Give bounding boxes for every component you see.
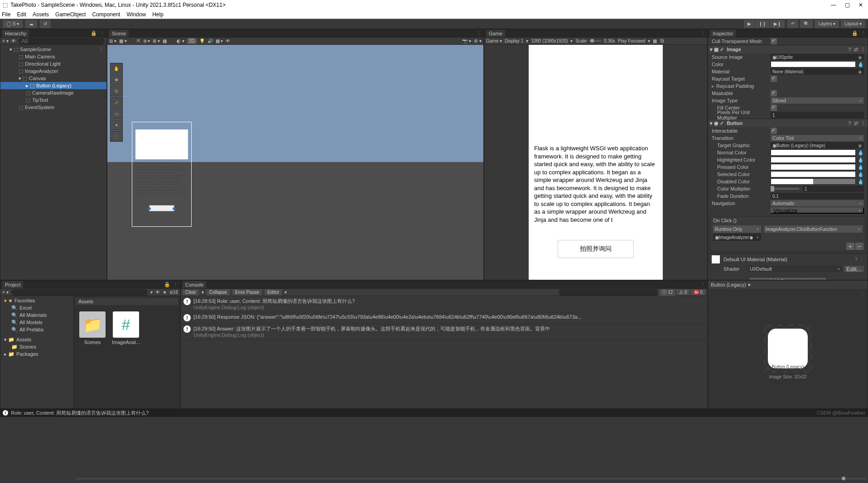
game-tool[interactable]: ▦: [653, 38, 657, 43]
hierarchy-item-selected[interactable]: ▸ ⬚Button (Legacy): [0, 82, 106, 89]
create-dropdown[interactable]: + ▾: [2, 38, 9, 43]
log-row[interactable]: ![16:29:50] Response JSON: {"answer":"\u…: [181, 312, 707, 324]
maximize-button[interactable]: ▢: [844, 2, 850, 8]
pressed-color[interactable]: [771, 164, 856, 170]
inspector-tab[interactable]: Inspector: [710, 30, 736, 37]
breadcrumb[interactable]: Assets: [76, 298, 178, 305]
scene-tool[interactable]: 🔊: [207, 38, 213, 43]
eyedropper-icon[interactable]: 💧: [858, 150, 864, 156]
runtime-dropdown[interactable]: Runtime Only: [713, 225, 761, 233]
shading-tool[interactable]: ◐ ▾: [177, 38, 184, 43]
hierarchy-search[interactable]: [19, 38, 105, 44]
context-icon[interactable]: ⋮: [861, 120, 866, 126]
resolution-dropdown[interactable]: 1080 (1080x1920): [531, 38, 568, 43]
remove-event-button[interactable]: −: [855, 243, 863, 250]
selected-color[interactable]: [771, 171, 856, 177]
errorpause-button[interactable]: Error Pause: [232, 289, 262, 296]
visualize-button[interactable]: Visualize: [771, 207, 864, 214]
hierarchy-item[interactable]: ⬚ImageAnalyzer: [0, 67, 106, 75]
game-tool[interactable]: St: [660, 38, 664, 43]
function-dropdown[interactable]: ImageAnalyzer.ClickButtonFunction: [764, 225, 863, 233]
fade-duration-field[interactable]: [771, 193, 864, 199]
context-icon[interactable]: ⋮: [700, 282, 705, 287]
image-color-field[interactable]: [771, 61, 856, 67]
eyedropper-icon[interactable]: 💧: [858, 172, 864, 177]
raycast-checkbox[interactable]: [771, 76, 777, 82]
collapse-button[interactable]: Collapse: [207, 289, 230, 296]
hierarchy-item[interactable]: ⬚TipText: [0, 96, 106, 104]
scene-tool[interactable]: ▦ ▾: [119, 38, 127, 43]
preview-header[interactable]: Button (Legacy): [708, 281, 868, 289]
project-search[interactable]: [11, 289, 148, 296]
preset-icon[interactable]: ⇄: [854, 120, 858, 126]
pivot-tool[interactable]: ⊞ ▾: [153, 38, 160, 43]
menu-edit[interactable]: Edit: [17, 11, 26, 18]
favorite-item[interactable]: 🔍 All Materials: [1, 311, 72, 319]
hierarchy-tab[interactable]: Hierarchy: [2, 30, 29, 37]
game-button[interactable]: 拍照并询问: [558, 240, 634, 258]
eyedropper-icon[interactable]: 💧: [858, 164, 864, 170]
warn-count[interactable]: ⚠ 0: [676, 289, 690, 295]
rect-tool[interactable]: ▭: [110, 108, 123, 119]
layout-dropdown[interactable]: Layout ▾: [841, 20, 865, 28]
material-header[interactable]: Default UI Material (Material)? ⋮: [708, 253, 868, 265]
filter-icon[interactable]: 👁: [155, 290, 160, 295]
favorite-item[interactable]: 🔍 All Models: [1, 319, 72, 326]
ppu-field[interactable]: [771, 112, 864, 118]
fillcenter-checkbox[interactable]: [771, 105, 777, 111]
scene-tool[interactable]: 👁: [226, 38, 230, 43]
play-focused[interactable]: Play Focused: [618, 38, 646, 43]
menu-assets[interactable]: Assets: [33, 11, 49, 18]
filter-icon[interactable]: ★: [163, 290, 167, 295]
console-search[interactable]: [559, 289, 658, 296]
event-object-field[interactable]: ▣ ImageAnalyzer ◉: [713, 234, 761, 241]
scene-tool[interactable]: ⊞ ▾: [109, 38, 116, 43]
pivot-tool[interactable]: ⇱: [137, 38, 140, 43]
game-tab[interactable]: Game: [486, 30, 505, 37]
target-graphic-field[interactable]: ▣ Button (Legacy) (Image): [771, 142, 864, 148]
color-multiplier-field[interactable]: [803, 186, 864, 192]
context-icon[interactable]: ⋮: [861, 47, 866, 53]
step-button[interactable]: ▶❙: [770, 20, 785, 28]
gizmos-tool[interactable]: ⚙ ▾: [474, 38, 482, 43]
close-button[interactable]: ✕: [858, 2, 863, 8]
menu-gameobject[interactable]: GameObject: [55, 11, 86, 18]
pause-button[interactable]: ❙❙: [755, 20, 770, 28]
eyedropper-icon[interactable]: 💧: [858, 157, 864, 163]
material-field[interactable]: None (Material): [771, 68, 864, 75]
highlighted-color[interactable]: [771, 157, 856, 163]
log-row[interactable]: ![16:29:50] Answer: 这张图片展示了一个人的手拿着一部智能手机…: [181, 324, 707, 340]
navigation-dropdown[interactable]: Automatic: [771, 200, 864, 206]
context-icon[interactable]: ⋮: [477, 30, 482, 36]
normal-color[interactable]: [771, 149, 856, 156]
log-row[interactable]: ![16:28:53] Role: user, Content: 用简短易懂的语…: [181, 296, 707, 312]
favorites-header[interactable]: ▾ ★Favorites: [1, 297, 72, 304]
asset-item[interactable]: #ImageAnal...: [112, 311, 140, 345]
rotate-tool[interactable]: ↻: [110, 86, 123, 96]
scene-viewport[interactable]: ✋ ✥ ↻ ⤢ ▭ ✦ ⋮ Flask is a lightweight WSG…: [107, 45, 483, 280]
favorite-item[interactable]: 🔍 All Prefabs: [1, 326, 72, 333]
menu-file[interactable]: File: [2, 11, 10, 18]
eyedropper-icon[interactable]: 💧: [858, 62, 864, 67]
transform-tool[interactable]: ✦: [110, 120, 123, 130]
filter-icon[interactable]: ▾: [150, 290, 153, 295]
imagetype-dropdown[interactable]: Sliced: [771, 97, 864, 104]
project-tab[interactable]: Project: [2, 281, 23, 288]
packages-folder[interactable]: ▸ 📁 Packages: [1, 350, 72, 358]
menu-window[interactable]: Window: [126, 11, 146, 18]
hierarchy-item[interactable]: ▾ ⬚Canvas: [0, 75, 106, 82]
button-component-header[interactable]: ▾ ◉ ✓Button?⇄⋮: [708, 119, 868, 127]
game-mode[interactable]: Game ▾: [486, 38, 502, 43]
context-icon[interactable]: ⋮: [700, 30, 705, 36]
scene-tool[interactable]: 📷 ▾: [462, 38, 471, 43]
lock-icon[interactable]: 🔒: [852, 30, 858, 36]
hierarchy-item[interactable]: ⬚Directional Light: [0, 60, 106, 67]
add-component-button[interactable]: Add Component: [749, 277, 827, 280]
context-icon[interactable]: ⋮: [100, 30, 105, 36]
scale-tool[interactable]: ⤢: [110, 97, 123, 108]
edit-shader-button[interactable]: Edit...: [844, 266, 864, 272]
scene-row[interactable]: ▾ ⬚SampleScene⋮: [0, 46, 106, 53]
cull-checkbox[interactable]: [771, 38, 777, 44]
disabled-color[interactable]: [771, 178, 856, 185]
button-gizmo[interactable]: [149, 205, 174, 211]
